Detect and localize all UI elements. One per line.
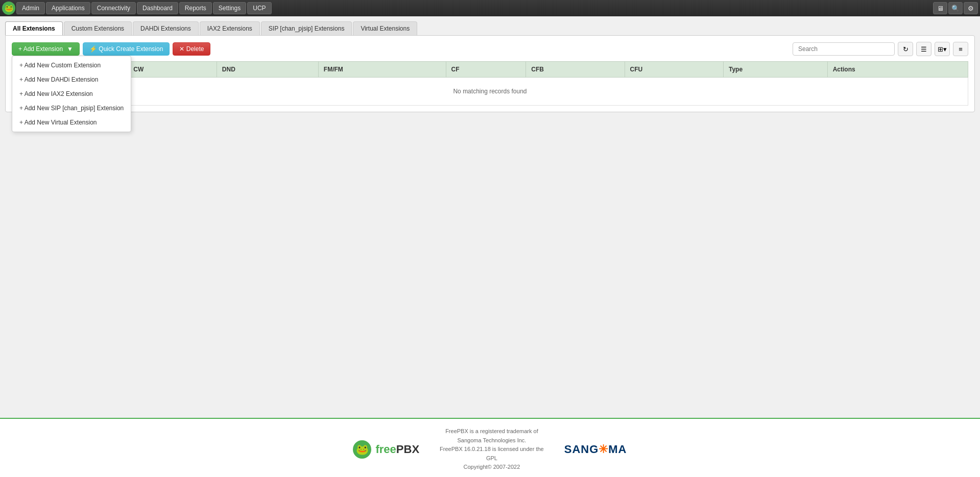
extensions-table: Name CW DND FM/FM CF CFB CFU Type Action…: [12, 61, 968, 106]
col-cfb: CFB: [526, 62, 625, 78]
footer-line1: FreePBX is a registered trademark of: [445, 428, 538, 434]
quick-create-button[interactable]: ⚡ Quick Create Extension: [83, 42, 170, 56]
tab-all-extensions[interactable]: All Extensions: [5, 21, 63, 35]
main-content: All Extensions Custom Extensions DAHDi E…: [0, 16, 980, 418]
footer-line3: FreePBX 16.0.21.18 is licensed under the: [440, 446, 544, 452]
nav-settings[interactable]: Settings: [213, 2, 246, 14]
extensions-table-container: Name CW DND FM/FM CF CFB CFU Type Action…: [12, 61, 968, 106]
col-cw: CW: [128, 62, 217, 78]
extensions-panel: + Add Extension ▼ Add New Custom Extensi…: [5, 35, 975, 112]
nav-reports[interactable]: Reports: [179, 2, 212, 14]
footer-logo-text: freePBX: [375, 443, 419, 456]
search-icon-btn[interactable]: 🔍: [948, 2, 963, 14]
dropdown-add-virtual[interactable]: Add New Virtual Extension: [12, 115, 131, 130]
add-extension-button[interactable]: + Add Extension ▼: [12, 42, 80, 56]
add-extension-wrapper: + Add Extension ▼ Add New Custom Extensi…: [12, 42, 80, 56]
gear-icon-btn[interactable]: ⚙: [964, 2, 978, 14]
freepbx-logo-icon: 🐸: [2, 2, 15, 15]
nav-connectivity[interactable]: Connectivity: [91, 2, 136, 14]
toolbar: + Add Extension ▼ Add New Custom Extensi…: [12, 42, 968, 56]
sangoma-logo: SANG✳MA: [564, 443, 627, 456]
tab-custom-extensions[interactable]: Custom Extensions: [64, 21, 132, 35]
list-view-icon-btn[interactable]: ≡: [953, 42, 968, 56]
dropdown-add-custom[interactable]: Add New Custom Extension: [12, 58, 131, 72]
col-fm-fm: FM/FM: [318, 62, 446, 78]
refresh-icon-btn[interactable]: ↻: [898, 42, 913, 56]
tab-virtual-extensions[interactable]: Virtual Extensions: [353, 21, 417, 35]
tab-sip-chan-pjsip-extensions[interactable]: SIP [chan_pjsip] Extensions: [261, 21, 352, 35]
columns-icon-btn[interactable]: ☰: [916, 42, 931, 56]
table-header-row: Name CW DND FM/FM CF CFB CFU Type Action…: [12, 62, 968, 78]
add-extension-caret-icon: ▼: [67, 45, 73, 53]
grid-icon-btn[interactable]: ⊞▾: [935, 42, 950, 56]
footer: 🐸 freePBX FreePBX is a registered tradem…: [0, 418, 980, 477]
col-type: Type: [723, 62, 827, 78]
add-extension-dropdown: Add New Custom Extension Add New DAHDi E…: [12, 56, 131, 132]
monitor-icon-btn[interactable]: 🖥: [933, 2, 947, 14]
table-empty-row: No matching records found: [12, 78, 968, 106]
dropdown-add-dahdi[interactable]: Add New DAHDi Extension: [12, 72, 131, 87]
footer-inner: 🐸 freePBX FreePBX is a registered tradem…: [0, 427, 980, 472]
tab-dahdi-extensions[interactable]: DAHDi Extensions: [133, 21, 199, 35]
footer-line4: GPL: [486, 455, 497, 461]
search-input[interactable]: [793, 42, 895, 56]
footer-info-text: FreePBX is a registered trademark of San…: [440, 427, 544, 472]
table-empty-message: No matching records found: [12, 78, 968, 106]
tab-iax2-extensions[interactable]: IAX2 Extensions: [200, 21, 260, 35]
nav-dashboard[interactable]: Dashboard: [137, 2, 178, 14]
nav-applications[interactable]: Applications: [46, 2, 90, 14]
footer-line2: Sangoma Technologies Inc.: [457, 437, 526, 443]
nav-admin[interactable]: Admin: [16, 2, 45, 14]
navbar: 🐸 Admin Applications Connectivity Dashbo…: [0, 0, 980, 16]
footer-line5: Copyright© 2007-2022: [463, 464, 520, 470]
nav-ucp[interactable]: UCP: [247, 2, 271, 14]
dropdown-add-sip-pjsip[interactable]: Add New SIP [chan_pjsip] Extension: [12, 101, 131, 115]
col-cf: CF: [446, 62, 526, 78]
col-cfu: CFU: [625, 62, 723, 78]
footer-frog-icon: 🐸: [353, 440, 371, 459]
add-extension-label: + Add Extension: [18, 45, 63, 53]
dropdown-add-iax2[interactable]: Add New IAX2 Extension: [12, 87, 131, 101]
delete-button[interactable]: ✕ Delete: [173, 42, 210, 56]
extensions-tabs: All Extensions Custom Extensions DAHDi E…: [5, 21, 975, 35]
col-dnd: DND: [217, 62, 318, 78]
col-actions: Actions: [827, 62, 968, 78]
freepbx-footer-logo: 🐸 freePBX: [353, 440, 419, 459]
